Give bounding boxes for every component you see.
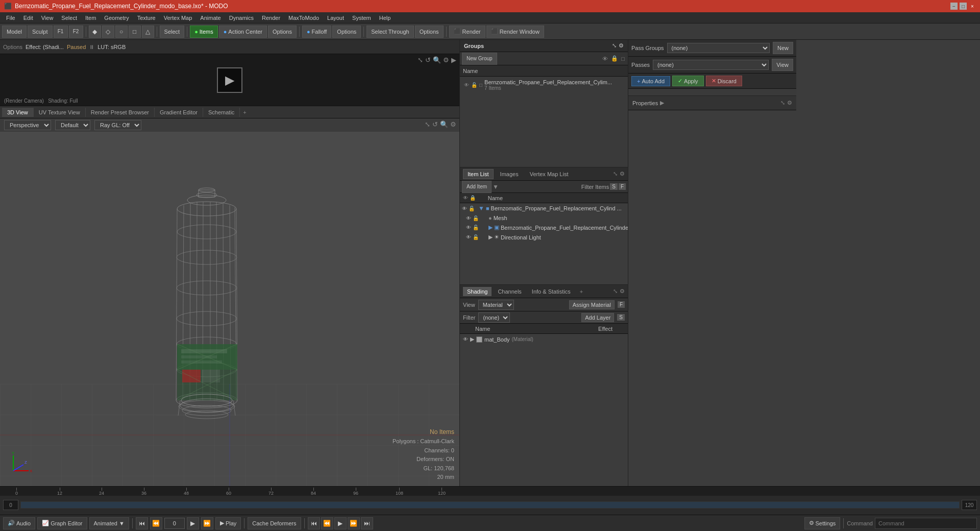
select-button[interactable]: Select <box>160 26 185 38</box>
tab-render-preset[interactable]: Render Preset Browser <box>86 108 155 117</box>
select-through-button[interactable]: Select Through <box>366 26 413 38</box>
menu-edit[interactable]: Edit <box>19 14 37 22</box>
shading-view-dropdown[interactable]: Material <box>478 300 514 310</box>
vp-icon-search[interactable]: 🔍 <box>440 120 448 128</box>
prop-settings-icon[interactable]: ⚙ <box>787 100 792 106</box>
title-bar-controls[interactable]: − □ × <box>950 3 976 10</box>
tab-channels[interactable]: Channels <box>494 287 525 296</box>
cache-deformers-button[interactable]: Cache Deformers <box>248 517 301 529</box>
menu-maxtomodo[interactable]: MaxToModo <box>284 14 323 22</box>
play-forward-button[interactable]: ▶ <box>187 517 199 529</box>
shading-filter-dropdown[interactable]: (none) <box>478 312 510 323</box>
timeline-bar[interactable]: 0 12 24 36 48 60 <box>0 487 980 496</box>
item-lock-1[interactable]: 🔓 <box>469 206 475 211</box>
groups-settings-icon[interactable]: ⚙ <box>619 42 624 49</box>
groups-expand-icon[interactable]: ⤡ <box>612 42 617 49</box>
item-lock-3[interactable]: 🔓 <box>473 225 479 230</box>
subdivision-dropdown[interactable]: Default <box>55 120 90 130</box>
options-button-2[interactable]: Options <box>415 26 444 38</box>
minimize-button[interactable]: − <box>950 3 958 10</box>
tool-btn-4[interactable]: □ <box>129 26 141 38</box>
pb-btn-3[interactable]: ▶ <box>334 517 347 529</box>
item-row-root[interactable]: 👁 🔓 ▼ ■ Bernzomatic_Propane_Fuel_Replace… <box>460 203 628 213</box>
menu-geometry[interactable]: Geometry <box>100 14 133 22</box>
preview-icon-4[interactable]: ⚙ <box>443 56 449 64</box>
tab-3d-view[interactable]: 3D View <box>2 108 34 117</box>
menu-item[interactable]: Item <box>81 14 100 22</box>
group-item-lock[interactable]: 🔓 <box>471 82 477 88</box>
groups-icon-3[interactable]: □ <box>620 55 626 63</box>
vp-icon-rotate[interactable]: ↺ <box>432 120 438 128</box>
tool-btn-5[interactable]: △ <box>142 26 154 38</box>
assign-material-label[interactable]: Assign Material <box>569 300 615 309</box>
mat-expand[interactable]: ▶ <box>470 336 474 343</box>
item-list-settings[interactable]: ⚙ <box>620 171 625 177</box>
discard-button[interactable]: ✕ Discard <box>706 76 742 86</box>
pb-btn-1[interactable]: ⏮ <box>308 517 320 529</box>
view-passes-button[interactable]: View <box>772 59 793 71</box>
perspective-dropdown[interactable]: Perspective <box>4 120 51 130</box>
add-tab-button[interactable]: + <box>240 108 249 117</box>
menu-view[interactable]: View <box>37 14 58 22</box>
tool-btn-1[interactable]: ◆ <box>89 26 101 38</box>
tab-vertex-map-list[interactable]: Vertex Map List <box>525 169 573 179</box>
tab-info-statistics[interactable]: Info & Statistics <box>528 287 575 296</box>
items-button[interactable]: ● Items <box>190 26 218 38</box>
properties-expand-icon[interactable]: ▶ <box>660 100 664 106</box>
sculpt-mode-button[interactable]: Sculpt <box>28 26 53 38</box>
new-group-button[interactable]: New Group <box>462 53 497 65</box>
vp-icon-settings[interactable]: ⚙ <box>450 120 456 128</box>
settings-button[interactable]: ⚙ Settings <box>804 517 841 529</box>
item-collapse-1[interactable]: ▼ <box>476 205 484 212</box>
apply-button[interactable]: ✓ Apply <box>672 76 704 86</box>
pb-btn-2[interactable]: ⏪ <box>321 517 333 529</box>
item-expand-3[interactable]: ▶ <box>480 224 493 231</box>
skip-start-button[interactable]: ⏮ <box>136 517 148 529</box>
play-button[interactable]: ▶ <box>217 67 242 93</box>
menu-dynamics[interactable]: Dynamics <box>225 14 258 22</box>
viewport-3d[interactable]: Perspective Default Ray GL: Off ⤡ ↺ 🔍 ⚙ <box>0 118 459 486</box>
mat-eye[interactable]: 👁 <box>463 336 468 342</box>
groups-icon-1[interactable]: 👁 <box>601 55 609 63</box>
tool-btn-2[interactable]: ◇ <box>102 26 114 38</box>
menu-layout[interactable]: Layout <box>323 14 348 22</box>
pb-btn-4[interactable]: ⏩ <box>348 517 360 529</box>
tool-btn-3[interactable]: ○ <box>115 26 128 38</box>
menu-select[interactable]: Select <box>57 14 81 22</box>
tab-gradient-editor[interactable]: Gradient Editor <box>155 108 203 117</box>
item-row-cylinder[interactable]: 👁 🔓 ▶ ▣ Bernzomatic_Propane_Fuel_Replace… <box>460 223 628 232</box>
item-eye-1[interactable]: 👁 <box>462 206 467 211</box>
command-input[interactable] <box>875 518 977 529</box>
new-pass-group-button[interactable]: New <box>773 42 793 54</box>
preview-icon-1[interactable]: ⤡ <box>418 56 423 64</box>
vp-icon-expand[interactable]: ⤡ <box>425 120 430 128</box>
add-shading-tab[interactable]: + <box>577 287 586 296</box>
shading-row-mat-body[interactable]: 👁 ▶ mat_Body (Material) <box>460 334 628 345</box>
tab-uv-texture[interactable]: UV Texture View <box>34 108 86 117</box>
groups-icon-2[interactable]: 🔒 <box>610 54 619 63</box>
shading-settings[interactable]: ⚙ <box>620 288 625 295</box>
model-mode-button[interactable]: Model <box>2 26 27 38</box>
item-row-light[interactable]: 👁 🔓 ▶ ☀ Directional Light <box>460 232 628 242</box>
menu-vertex-map[interactable]: Vertex Map <box>160 14 197 22</box>
close-button[interactable]: × <box>969 3 976 10</box>
auto-add-button[interactable]: + Auto Add <box>631 76 670 86</box>
tab-schematic[interactable]: Schematic <box>203 108 240 117</box>
render-button[interactable]: ⬛ Render <box>449 26 485 38</box>
item-list-expand[interactable]: ⤡ <box>613 171 618 177</box>
pb-btn-5[interactable]: ⏭ <box>361 517 373 529</box>
pass-groups-dropdown[interactable]: (none) <box>667 43 770 53</box>
group-item[interactable]: 👁 🔓 □ Bernzomatic_Propane_Fuel_Replaceme… <box>461 78 627 92</box>
graph-editor-button[interactable]: 📈 Graph Editor <box>37 517 87 529</box>
preview-icon-2[interactable]: ↺ <box>425 56 431 64</box>
menu-animate[interactable]: Animate <box>196 14 225 22</box>
add-item-dropdown[interactable]: ▼ <box>493 183 499 190</box>
item-eye-4[interactable]: 👁 <box>466 234 471 240</box>
group-item-eye[interactable]: 👁 <box>464 82 469 88</box>
shading-expand[interactable]: ⤡ <box>613 288 618 295</box>
frame-number-input[interactable] <box>164 518 185 529</box>
audio-button[interactable]: 🔊 Audio <box>3 517 35 529</box>
add-item-button[interactable]: Add Item <box>462 181 492 193</box>
timeline-track[interactable] <box>20 501 960 509</box>
menu-render[interactable]: Render <box>258 14 284 22</box>
